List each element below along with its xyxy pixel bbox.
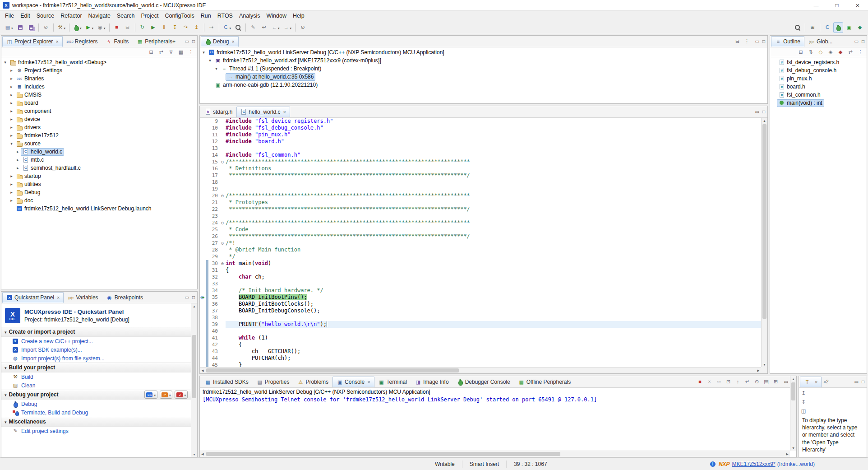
code-line-16[interactable]: 16 * Definitions [200, 165, 761, 172]
scrollbar-thumb[interactable] [206, 452, 560, 456]
maximize-view-button[interactable] [862, 39, 864, 44]
scrollbar-thumb[interactable] [192, 335, 196, 398]
skip-breakpoints-button[interactable]: ⊘ [41, 22, 51, 33]
mark-occurrences-button[interactable]: ✎ [248, 22, 258, 33]
menu-navigate[interactable]: Navigate [85, 12, 114, 20]
debug-probe-ls-button[interactable]: LS [144, 391, 157, 399]
cpp-perspective-button[interactable]: C [822, 22, 832, 33]
expander-icon[interactable] [15, 158, 21, 162]
tab-project-explorer[interactable]: ◫Project Explorer [2, 36, 63, 47]
tree-item-project-settings[interactable]: ⚙Project Settings [1, 66, 197, 74]
expander-icon[interactable] [201, 50, 207, 55]
expander-icon[interactable] [9, 93, 14, 97]
line-number[interactable]: 25 [208, 226, 219, 233]
tree-item-component[interactable]: component [1, 107, 197, 115]
tree-item-fsl-common-h[interactable]: fsl_common.h [770, 91, 867, 99]
fold-marker-icon[interactable] [219, 219, 226, 226]
hide-static-button[interactable]: ◈ [827, 49, 834, 56]
back-button[interactable]: ← [270, 22, 281, 33]
section-header-miscellaneous[interactable]: Miscellaneous [1, 417, 191, 427]
tab-debug[interactable]: Debug [201, 36, 239, 47]
dropdown-arrow-icon[interactable] [92, 24, 94, 31]
menu-file[interactable]: File [2, 12, 17, 20]
collapse-all-button[interactable]: ⊟ [148, 49, 154, 56]
tab-icon[interactable]: T [800, 377, 822, 387]
menu-refactor[interactable]: Refactor [57, 12, 85, 20]
scrollbar-thumb[interactable] [762, 124, 766, 319]
tab-close-icon[interactable] [282, 109, 286, 115]
remove-launch-button[interactable]: × [706, 379, 713, 385]
resume-button[interactable]: ▶ [148, 22, 158, 33]
collapse-all-button[interactable]: ⊟ [734, 38, 741, 45]
link-editor-button[interactable]: ⇄ [158, 49, 164, 56]
tab-debugger-console[interactable]: Debugger Console [453, 377, 514, 387]
code-line-32[interactable]: 32 char ch; [200, 274, 761, 280]
tab-faults[interactable]: ϟFaults [102, 36, 133, 47]
build-button[interactable]: ⚒ [56, 22, 67, 33]
view-menu-button[interactable]: ⋮ [857, 49, 863, 56]
tree-item-utilities[interactable]: utilities [1, 180, 197, 188]
section-header-create-or-import-a-project[interactable]: Create or import a project [1, 327, 191, 337]
quickstart-create-a-new-c-c-project[interactable]: Create a new C/C++ project... [1, 337, 191, 345]
line-number[interactable]: 20 [208, 192, 219, 199]
line-number[interactable]: 33 [208, 280, 219, 287]
minimize-view-button[interactable] [185, 39, 189, 44]
line-number[interactable]: 34 [208, 287, 219, 294]
tree-item-main-at-hello-world-c-35-0x586[interactable]: →main() at hello_world.c:35 0x586 [200, 73, 767, 81]
scroll-lock-button[interactable]: ↕ [735, 379, 741, 385]
terminate-button[interactable]: ■ [697, 379, 703, 385]
tab-variables[interactable]: (x)=Variables [64, 292, 102, 303]
console-vertical-scrollbar[interactable] [790, 376, 796, 451]
terminate-button[interactable]: ■ [112, 22, 122, 33]
hide-nonpublic-button[interactable]: ◆ [837, 49, 844, 56]
line-number[interactable]: 19 [208, 186, 219, 192]
scroll-up-icon[interactable] [191, 303, 197, 309]
tab-console[interactable]: ▣Console [332, 377, 374, 387]
line-number[interactable]: 18 [208, 179, 219, 186]
code-line-38[interactable]: 38 [200, 314, 761, 321]
tree-item-fsl-debug-console-h[interactable]: fsl_debug_console.h [770, 66, 867, 74]
tab-quickstart-panel[interactable]: Quickstart Panel [2, 292, 64, 303]
code-line-29[interactable]: 29 */ [200, 253, 761, 260]
maximize-view-button[interactable] [192, 295, 195, 300]
save-all-button[interactable] [26, 22, 36, 33]
open-console-button[interactable]: ⊞ [773, 379, 779, 385]
link-editor-button[interactable]: ⇄ [847, 49, 854, 56]
code-line-39[interactable]: 39 PRINTF("hello world.\r\n"); [200, 321, 761, 328]
section-header-build-your-project[interactable]: Build your project [1, 363, 191, 372]
editor-horizontal-scrollbar[interactable] [200, 367, 761, 373]
sort-button[interactable]: ⇅ [808, 49, 814, 56]
tree-item-frdmke17z512-hello-world-linkserver-debug-c-c-nx[interactable]: frdmke17z512_hello_world LinkServer Debu… [200, 48, 767, 56]
menu-source[interactable]: Source [33, 12, 58, 20]
line-number[interactable]: 37 [208, 307, 219, 314]
code-line-10[interactable]: 10#include "fsl_debug_console.h" [200, 125, 761, 131]
step-into-button[interactable]: ↧ [170, 22, 180, 33]
tree-item-cmsis[interactable]: CMSIS [1, 91, 197, 99]
debug-probe-j-button[interactable]: J [175, 391, 188, 399]
minimize-view-button[interactable] [854, 39, 859, 44]
menu-project[interactable]: Project [138, 12, 162, 20]
hide-fields-button[interactable]: ◇ [817, 49, 824, 56]
line-number[interactable]: 10 [208, 125, 219, 131]
expander-icon[interactable] [9, 101, 14, 105]
code-line-30[interactable]: 30int main(void) [200, 260, 761, 267]
open-perspective-button[interactable]: ⊞ [808, 22, 817, 33]
pin-console-button[interactable]: ⊙ [754, 379, 760, 385]
debug-button[interactable] [72, 22, 83, 33]
device-info-icon[interactable] [710, 461, 716, 467]
tree-item-source[interactable]: source [1, 140, 197, 148]
last-edit-button[interactable]: ↩ [259, 22, 269, 33]
tab-peripherals[interactable]: ▦Peripherals+ [133, 36, 180, 47]
minimize-view-button[interactable] [755, 39, 759, 44]
clear-console-button[interactable]: ⊡ [725, 379, 732, 385]
maximize-window-button[interactable] [826, 0, 847, 10]
view-menu-button[interactable]: ⋮ [744, 38, 750, 45]
debug-button[interactable] [833, 22, 843, 33]
remove-all-button[interactable]: ×× [716, 379, 722, 385]
line-number[interactable]: 30 [208, 260, 219, 267]
expander-icon[interactable] [9, 109, 14, 113]
line-number[interactable]: 28 [208, 247, 219, 253]
code-line-25[interactable]: 25 * Code [200, 226, 761, 233]
close-window-button[interactable] [847, 0, 868, 10]
line-number[interactable]: 24 [208, 219, 219, 226]
